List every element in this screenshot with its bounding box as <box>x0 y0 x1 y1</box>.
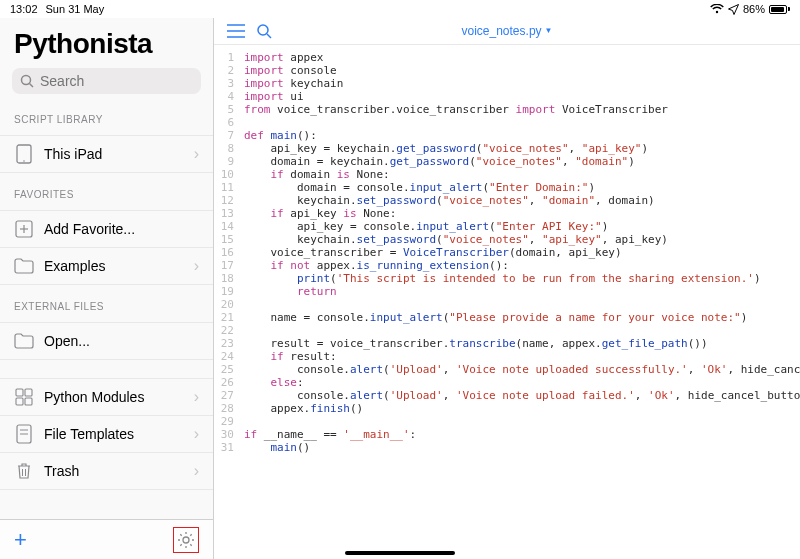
status-bar: 13:02 Sun 31 May 86% <box>0 0 800 18</box>
svg-line-21 <box>267 34 271 38</box>
wifi-icon <box>710 4 724 14</box>
sidebar-item-file-templates[interactable]: File Templates › <box>0 416 213 453</box>
svg-line-1 <box>30 84 34 88</box>
svg-point-3 <box>23 160 25 162</box>
add-button[interactable]: + <box>14 527 27 553</box>
chevron-right-icon: › <box>194 257 199 275</box>
svg-point-20 <box>258 25 268 35</box>
modules-icon <box>14 387 34 407</box>
filename-label: voice_notes.py <box>462 24 542 38</box>
sidebar-item-examples[interactable]: Examples › <box>0 248 213 285</box>
status-time: 13:02 <box>10 3 38 15</box>
sidebar-item-label: Examples <box>44 258 184 274</box>
chevron-right-icon: › <box>194 145 199 163</box>
sidebar-item-this-ipad[interactable]: This iPad › <box>0 135 213 173</box>
gear-icon <box>177 531 195 549</box>
section-external-files: EXTERNAL FILES <box>0 295 213 316</box>
app-title: Pythonista <box>0 18 213 68</box>
code-content[interactable]: import appeximport consoleimport keychai… <box>240 45 800 559</box>
sidebar-item-label: Python Modules <box>44 389 184 405</box>
battery-icon <box>769 5 790 14</box>
svg-point-16 <box>183 537 189 543</box>
folder-icon <box>14 331 34 351</box>
sidebar-item-trash[interactable]: Trash › <box>0 453 213 490</box>
folder-icon <box>14 256 34 276</box>
svg-rect-9 <box>16 398 23 405</box>
sidebar-item-python-modules[interactable]: Python Modules › <box>0 378 213 416</box>
plus-box-icon <box>14 219 34 239</box>
svg-rect-8 <box>25 389 32 396</box>
section-favorites: FAVORITES <box>0 183 213 204</box>
template-icon <box>14 424 34 444</box>
sidebar: Pythonista SCRIPT LIBRARY This iPad › FA… <box>0 18 214 559</box>
hamburger-icon <box>227 24 245 38</box>
sidebar-item-label: Add Favorite... <box>44 221 199 237</box>
search-icon <box>20 74 34 88</box>
search-button[interactable] <box>250 23 278 39</box>
svg-point-0 <box>22 76 31 85</box>
sidebar-item-label: File Templates <box>44 426 184 442</box>
search-icon <box>256 23 272 39</box>
status-date: Sun 31 May <box>46 3 105 15</box>
chevron-right-icon: › <box>194 425 199 443</box>
sidebar-item-add-favorite[interactable]: Add Favorite... <box>0 210 213 248</box>
search-input[interactable] <box>12 68 201 94</box>
dirty-indicator-icon: ▼ <box>542 26 553 35</box>
battery-percent: 86% <box>743 3 765 15</box>
settings-button[interactable] <box>173 527 199 553</box>
menu-button[interactable] <box>222 24 250 38</box>
code-editor[interactable]: 1234567891011121314151617181920212223242… <box>214 45 800 559</box>
sidebar-item-label: Trash <box>44 463 184 479</box>
home-indicator <box>345 551 455 555</box>
trash-icon <box>14 461 34 481</box>
location-icon <box>728 4 739 15</box>
section-script-library: SCRIPT LIBRARY <box>0 108 213 129</box>
svg-rect-10 <box>25 398 32 405</box>
chevron-right-icon: › <box>194 388 199 406</box>
sidebar-item-label: Open... <box>44 333 199 349</box>
search-field[interactable] <box>40 73 213 89</box>
chevron-right-icon: › <box>194 462 199 480</box>
file-title[interactable]: voice_notes.py▼ <box>214 24 800 38</box>
line-gutter: 1234567891011121314151617181920212223242… <box>214 45 240 559</box>
svg-rect-7 <box>16 389 23 396</box>
sidebar-item-label: This iPad <box>44 146 184 162</box>
sidebar-item-open[interactable]: Open... <box>0 322 213 360</box>
ipad-icon <box>14 144 34 164</box>
editor-pane: voice_notes.py▼ 123456789101112131415161… <box>214 18 800 559</box>
